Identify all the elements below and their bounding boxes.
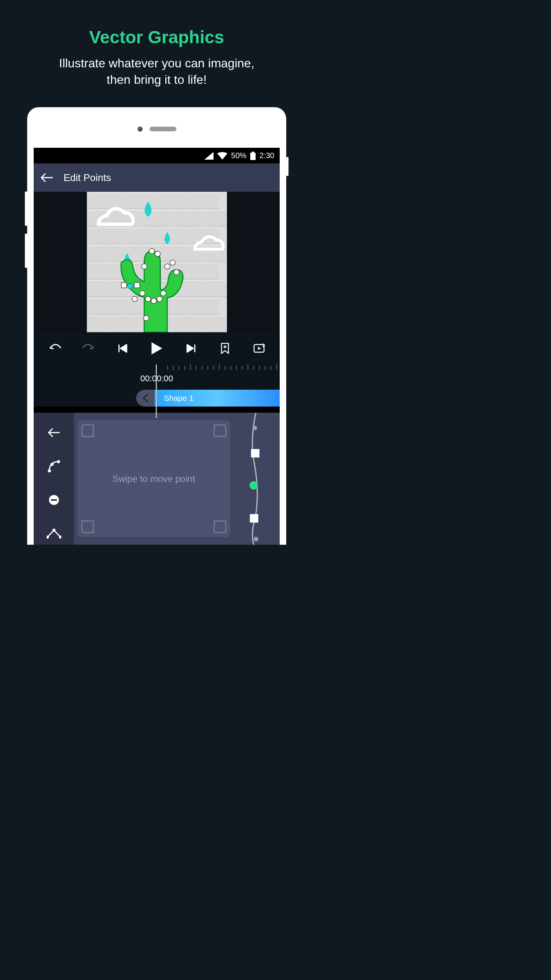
bezier-handle-tool[interactable] xyxy=(46,525,62,542)
trackpad-corner xyxy=(214,424,227,437)
loop-button[interactable] xyxy=(251,340,267,357)
svg-point-4 xyxy=(142,264,147,269)
signal-icon xyxy=(204,152,214,160)
svg-rect-44 xyxy=(51,499,57,501)
svg-rect-1 xyxy=(250,153,256,160)
front-camera xyxy=(137,126,143,132)
add-point-tool[interactable] xyxy=(46,458,62,475)
tablet-frame: 50% 2:30 Edit Points xyxy=(27,107,286,545)
svg-point-41 xyxy=(57,460,60,463)
trackpad-corner xyxy=(81,520,94,533)
redo-button[interactable] xyxy=(80,340,97,357)
play-button[interactable] xyxy=(148,340,165,357)
svg-point-2 xyxy=(149,248,155,254)
skip-start-button[interactable] xyxy=(114,340,131,357)
track-label: Shape 1 xyxy=(164,394,194,403)
svg-point-50 xyxy=(249,481,258,490)
undo-button[interactable] xyxy=(46,340,63,357)
trackpad-corner xyxy=(81,424,94,437)
point-curve-preview[interactable] xyxy=(234,413,280,545)
promo-subtitle: Illustrate whatever you can imagine, the… xyxy=(15,55,298,88)
svg-point-9 xyxy=(145,296,151,302)
bookmark-add-button[interactable] xyxy=(217,340,233,357)
raindrop-1[interactable] xyxy=(145,201,152,217)
svg-point-10 xyxy=(151,298,156,304)
promo-title: Vector Graphics xyxy=(15,27,298,47)
raindrop-2[interactable] xyxy=(165,232,170,244)
svg-point-5 xyxy=(165,264,170,269)
speaker-grille xyxy=(150,127,176,131)
panel-tool-column xyxy=(34,413,74,545)
svg-point-47 xyxy=(52,529,55,532)
svg-point-48 xyxy=(253,426,257,430)
svg-point-40 xyxy=(48,469,51,472)
svg-point-52 xyxy=(254,537,258,541)
point-edit-panel: Swipe to move point xyxy=(34,413,280,545)
svg-point-6 xyxy=(170,260,175,265)
timeline[interactable]: 00:00:00 Shape 1 xyxy=(34,364,280,407)
svg-rect-15 xyxy=(121,283,127,288)
cloud-shape-2[interactable] xyxy=(195,237,223,249)
svg-point-11 xyxy=(157,296,162,302)
panel-back-button[interactable] xyxy=(46,424,62,441)
trackpad-corner xyxy=(214,520,227,533)
battery-percent: 50% xyxy=(231,151,246,160)
cloud-shape-1[interactable] xyxy=(98,209,133,225)
wifi-icon xyxy=(217,152,227,160)
svg-rect-0 xyxy=(252,152,254,153)
timeline-playhead[interactable] xyxy=(156,364,157,418)
vector-artwork[interactable] xyxy=(87,192,227,332)
playback-toolbar xyxy=(34,332,280,364)
trackpad-hint: Swipe to move point xyxy=(112,474,195,484)
page-title: Edit Points xyxy=(64,172,111,184)
svg-point-8 xyxy=(140,291,145,296)
svg-rect-51 xyxy=(250,514,258,523)
timeline-track[interactable]: Shape 1 xyxy=(155,390,280,407)
back-arrow-icon[interactable] xyxy=(41,173,53,182)
device-screen: 50% 2:30 Edit Points xyxy=(34,148,280,545)
skip-end-button[interactable] xyxy=(183,340,199,357)
volume-down-button xyxy=(25,234,27,268)
canvas-area[interactable] xyxy=(34,192,280,332)
status-time: 2:30 xyxy=(259,151,274,160)
svg-rect-49 xyxy=(251,449,259,457)
power-button xyxy=(286,157,289,176)
title-bar: Edit Points xyxy=(34,163,280,192)
svg-point-12 xyxy=(161,291,166,296)
point-trackpad[interactable]: Swipe to move point xyxy=(77,420,230,537)
svg-point-13 xyxy=(132,296,137,302)
svg-point-42 xyxy=(51,463,54,466)
svg-point-7 xyxy=(174,270,179,275)
artboard[interactable] xyxy=(87,192,227,332)
svg-rect-16 xyxy=(134,283,140,288)
track-collapse-handle[interactable] xyxy=(136,390,155,407)
svg-point-14 xyxy=(143,315,149,321)
status-bar: 50% 2:30 xyxy=(34,148,280,163)
svg-point-17 xyxy=(127,283,133,289)
svg-point-3 xyxy=(155,251,160,256)
volume-up-button xyxy=(25,191,27,226)
remove-point-tool[interactable] xyxy=(46,492,62,508)
battery-icon xyxy=(250,152,256,160)
